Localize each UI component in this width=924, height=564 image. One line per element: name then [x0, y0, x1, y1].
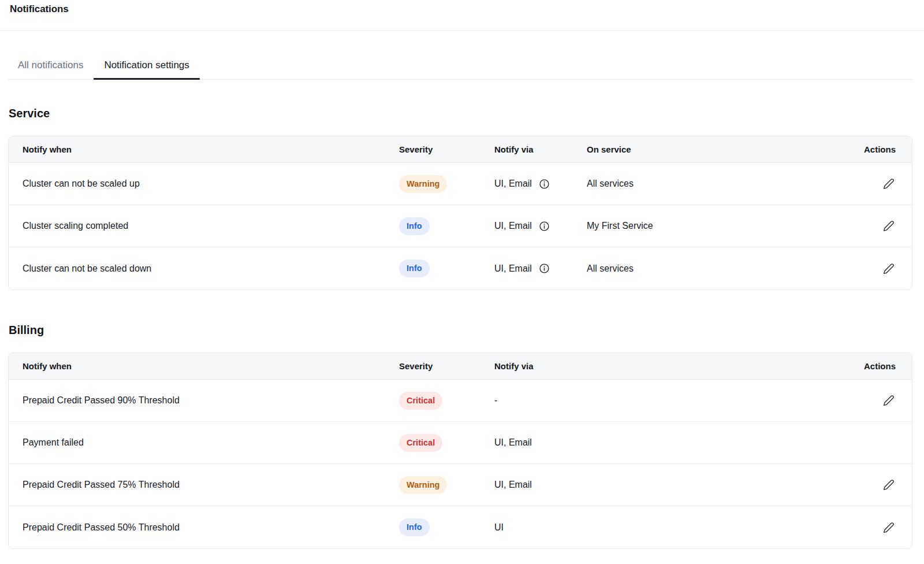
actions-cell — [873, 262, 896, 276]
notify-via-cell: UI, Email — [494, 221, 587, 232]
on-service-cell: All services — [587, 264, 873, 274]
column-header-severity: Severity — [399, 144, 494, 154]
notify-when-cell: Cluster can not be scaled up — [23, 179, 399, 189]
tab-all-notifications[interactable]: All notifications — [8, 51, 94, 79]
billing-table: Notify when Severity Notify via Actions … — [8, 352, 912, 549]
column-header-on-service: On service — [587, 144, 873, 154]
pencil-icon — [883, 220, 895, 232]
column-header-notify-via: Notify via — [494, 144, 587, 154]
column-header-actions: Actions — [873, 361, 896, 371]
severity-cell: Info — [399, 259, 494, 277]
notify-via-text: UI, Email — [494, 264, 532, 274]
pencil-icon — [883, 263, 895, 274]
notify-when-cell: Cluster can not be scaled down — [23, 264, 399, 274]
info-circle-icon[interactable] — [539, 263, 550, 274]
page-header: Notifications — [0, 0, 924, 31]
severity-cell: Warning — [399, 476, 494, 494]
notify-via-cell: UI, Email — [494, 437, 873, 448]
column-header-notify-when: Notify when — [23, 144, 399, 154]
page-title: Notifications — [10, 3, 924, 15]
actions-cell — [873, 177, 896, 191]
pencil-icon — [883, 395, 895, 406]
edit-button[interactable] — [882, 394, 896, 407]
notify-when-cell: Payment failed — [23, 437, 399, 448]
notify-when-cell: Prepaid Credit Passed 90% Threshold — [23, 395, 399, 406]
on-service-cell: My First Service — [587, 221, 873, 231]
severity-badge: Info — [399, 217, 430, 235]
table-row: Prepaid Credit Passed 90% Threshold Crit… — [9, 380, 912, 422]
tab-notification-settings[interactable]: Notification settings — [94, 51, 199, 79]
column-header-actions: Actions — [873, 144, 896, 154]
severity-badge: Warning — [399, 175, 447, 193]
pencil-icon — [883, 178, 895, 190]
table-header-row: Notify when Severity Notify via On servi… — [9, 136, 912, 163]
section-title-service: Service — [9, 106, 924, 120]
table-row: Payment failed Critical UI, Email — [9, 422, 912, 464]
notify-when-cell: Prepaid Credit Passed 50% Threshold — [23, 522, 399, 533]
severity-cell: Info — [399, 518, 494, 536]
notify-when-cell: Prepaid Credit Passed 75% Threshold — [23, 480, 399, 490]
notify-via-text: UI, Email — [494, 179, 532, 189]
severity-cell: Critical — [399, 434, 494, 452]
notify-via-cell: UI — [494, 522, 873, 533]
severity-cell: Info — [399, 217, 494, 235]
notify-via-text: UI, Email — [494, 221, 532, 231]
notify-via-cell: - — [494, 395, 873, 406]
edit-button[interactable] — [882, 478, 896, 492]
severity-badge: Critical — [399, 434, 442, 452]
severity-cell: Critical — [399, 392, 494, 410]
edit-button[interactable] — [882, 177, 896, 191]
actions-cell — [873, 394, 896, 407]
pencil-icon — [883, 479, 895, 491]
severity-badge: Warning — [399, 476, 447, 494]
actions-cell — [873, 219, 896, 233]
notify-via-cell: UI, Email — [494, 263, 587, 274]
actions-cell — [873, 478, 896, 492]
actions-cell — [873, 521, 896, 535]
table-header-row: Notify when Severity Notify via Actions — [9, 353, 912, 380]
table-row: Cluster scaling completed Info UI, Email… — [9, 205, 912, 247]
pencil-icon — [883, 522, 895, 533]
severity-badge: Critical — [399, 392, 442, 410]
service-table: Notify when Severity Notify via On servi… — [8, 136, 912, 290]
on-service-cell: All services — [587, 179, 873, 189]
notify-via-cell: UI, Email — [494, 179, 587, 190]
info-circle-icon[interactable] — [539, 179, 550, 190]
table-row: Cluster can not be scaled up Warning UI,… — [9, 163, 912, 205]
section-title-billing: Billing — [9, 323, 924, 337]
table-row: Prepaid Credit Passed 75% Threshold Warn… — [9, 464, 912, 506]
column-header-severity: Severity — [399, 361, 494, 371]
tab-bar: All notifications Notification settings — [8, 51, 912, 80]
edit-button[interactable] — [882, 521, 896, 535]
column-header-notify-when: Notify when — [23, 361, 399, 371]
notify-when-cell: Cluster scaling completed — [23, 221, 399, 231]
notify-via-cell: UI, Email — [494, 480, 873, 490]
edit-button[interactable] — [882, 262, 896, 276]
table-row: Prepaid Credit Passed 50% Threshold Info… — [9, 506, 912, 548]
column-header-notify-via: Notify via — [494, 361, 873, 371]
severity-badge: Info — [399, 259, 430, 277]
table-row: Cluster can not be scaled down Info UI, … — [9, 247, 912, 290]
info-circle-icon[interactable] — [539, 221, 550, 232]
severity-badge: Info — [399, 518, 430, 536]
edit-button[interactable] — [882, 219, 896, 233]
severity-cell: Warning — [399, 175, 494, 193]
